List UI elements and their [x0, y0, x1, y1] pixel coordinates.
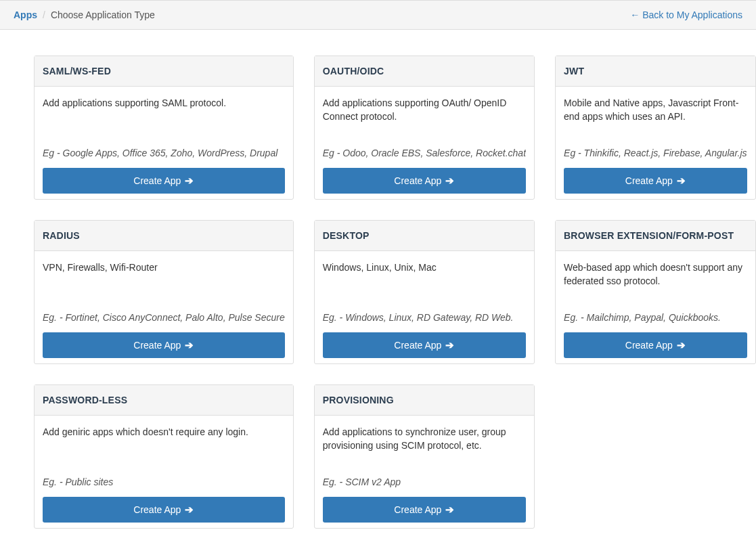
card-title: RADIUS	[35, 221, 293, 251]
app-type-card: DESKTOPWindows, Linux, Unix, MacEg. - Wi…	[314, 220, 535, 364]
app-type-card: SAML/WS-FEDAdd applications supporting S…	[34, 56, 294, 200]
card-example: Eg. - Windows, Linux, RD Gateway, RD Web…	[323, 312, 526, 323]
breadcrumb: Apps / Choose Application Type	[14, 9, 155, 20]
card-description: Add applications supporting OAuth/ OpenI…	[323, 96, 526, 145]
app-type-card: PASSWORD-LESSAdd geniric apps which does…	[34, 384, 294, 529]
card-title: BROWSER EXTENSION/FORM-POST	[556, 221, 755, 251]
card-example: Eg - Odoo, Oracle EBS, Salesforce, Rocke…	[323, 148, 526, 158]
card-title: SAML/WS-FED	[35, 56, 293, 87]
card-title: OAUTH/OIDC	[315, 56, 534, 87]
arrow-right-icon: ➔	[185, 504, 194, 516]
create-app-button[interactable]: Create App➔	[564, 332, 747, 358]
card-body: Web-based app which doesn't support any …	[556, 251, 755, 363]
app-type-card: JWTMobile and Native apps, Javascript Fr…	[555, 56, 756, 200]
card-body: Add applications to synchronize user, gr…	[315, 416, 534, 528]
card-description: Windows, Linux, Unix, Mac	[323, 261, 526, 309]
card-body: Add applications supporting OAuth/ OpenI…	[315, 87, 534, 199]
breadcrumb-current: Choose Application Type	[51, 9, 155, 20]
card-body: Add applications supporting SAML protoco…	[35, 87, 293, 199]
card-description: Add applications to synchronize user, gr…	[323, 425, 526, 474]
arrow-right-icon: ➔	[445, 175, 454, 187]
content-area: SAML/WS-FEDAdd applications supporting S…	[0, 30, 756, 549]
breadcrumb-root-link[interactable]: Apps	[14, 9, 37, 20]
card-description: Web-based app which doesn't support any …	[564, 261, 747, 309]
card-title: PASSWORD-LESS	[35, 385, 293, 416]
card-description: VPN, Firewalls, Wifi-Router	[43, 261, 285, 309]
create-app-button[interactable]: Create App➔	[323, 168, 526, 194]
create-app-button[interactable]: Create App➔	[43, 168, 285, 194]
card-description: Add applications supporting SAML protoco…	[43, 96, 285, 145]
arrow-right-icon: ➔	[445, 339, 454, 351]
create-app-button[interactable]: Create App➔	[323, 497, 526, 523]
topbar: Apps / Choose Application Type ← Back to…	[0, 0, 756, 30]
card-title: JWT	[556, 56, 755, 87]
card-example: Eg. - SCIM v2 App	[323, 477, 526, 487]
card-description: Add geniric apps which doesn't require a…	[43, 425, 285, 474]
create-app-label: Create App	[133, 504, 181, 515]
card-example: Eg. - Public sites	[43, 477, 285, 487]
arrow-right-icon: ➔	[185, 339, 194, 351]
breadcrumb-separator: /	[43, 9, 45, 20]
app-type-card: RADIUSVPN, Firewalls, Wifi-RouterEg. - F…	[34, 220, 294, 364]
card-title: PROVISIONING	[315, 385, 534, 416]
card-example: Eg - Google Apps, Office 365, Zoho, Word…	[43, 148, 285, 158]
card-description: Mobile and Native apps, Javascript Front…	[564, 96, 747, 145]
arrow-right-icon: ➔	[445, 504, 454, 516]
create-app-button[interactable]: Create App➔	[43, 332, 285, 358]
create-app-label: Create App	[394, 340, 441, 351]
back-link-label: Back to My Applications	[642, 9, 742, 20]
app-type-card: OAUTH/OIDCAdd applications supporting OA…	[314, 56, 535, 200]
create-app-button[interactable]: Create App➔	[43, 497, 285, 523]
app-type-grid: SAML/WS-FEDAdd applications supporting S…	[34, 56, 722, 529]
create-app-label: Create App	[133, 340, 181, 351]
card-body: Add geniric apps which doesn't require a…	[35, 416, 293, 528]
card-example: Eg. - Fortinet, Cisco AnyConnect, Palo A…	[43, 312, 285, 323]
create-app-label: Create App	[133, 175, 181, 186]
card-body: Windows, Linux, Unix, MacEg. - Windows, …	[315, 251, 534, 363]
back-to-applications-link[interactable]: ← Back to My Applications	[630, 9, 742, 20]
create-app-button[interactable]: Create App➔	[323, 332, 526, 358]
arrow-right-icon: ➔	[677, 339, 686, 351]
card-example: Eg. - Mailchimp, Paypal, Quickbooks.	[564, 312, 747, 323]
arrow-right-icon: ➔	[185, 175, 194, 187]
create-app-label: Create App	[394, 175, 441, 186]
arrow-right-icon: ➔	[677, 175, 686, 187]
arrow-left-icon: ←	[630, 9, 640, 20]
create-app-label: Create App	[625, 340, 673, 351]
card-title: DESKTOP	[315, 221, 534, 251]
card-body: VPN, Firewalls, Wifi-RouterEg. - Fortine…	[35, 251, 293, 363]
app-type-card: PROVISIONINGAdd applications to synchron…	[314, 384, 535, 529]
card-body: Mobile and Native apps, Javascript Front…	[556, 87, 755, 199]
app-type-card: BROWSER EXTENSION/FORM-POSTWeb-based app…	[555, 220, 756, 364]
create-app-button[interactable]: Create App➔	[564, 168, 747, 194]
create-app-label: Create App	[625, 175, 673, 186]
create-app-label: Create App	[394, 504, 441, 515]
card-example: Eg - Thinkific, React.js, Firebase, Angu…	[564, 148, 747, 158]
